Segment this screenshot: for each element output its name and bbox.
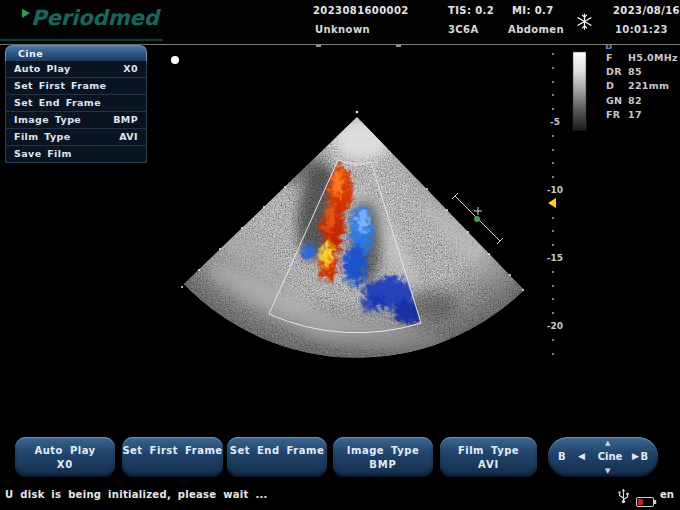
depth-label-5: -5 xyxy=(545,117,565,127)
menu-item-set-first-frame[interactable]: Set First Frame xyxy=(5,78,147,95)
trackball-pointer-dot[interactable] xyxy=(171,56,179,64)
cine-context-menu: Cine Auto Play X0 Set First Frame Set En… xyxy=(5,45,147,163)
cine-nav-cluster[interactable]: B ◀ Cine ▶ B ▲ ▼ xyxy=(548,437,658,477)
cine-up-icon[interactable]: ▲ xyxy=(605,439,610,447)
battery-icon xyxy=(636,492,657,510)
image-top-tick xyxy=(396,45,401,47)
depth-label-10: -10 xyxy=(545,185,565,195)
mode-b-left-button[interactable]: B xyxy=(558,451,566,462)
param-depth: D221mm xyxy=(606,80,678,94)
param-dynamic-range: DR85 xyxy=(606,66,678,80)
softkey-film-type[interactable]: Film Type AVI xyxy=(440,437,537,477)
grayscale-bar xyxy=(573,52,586,130)
cine-next-icon[interactable]: ▶ xyxy=(632,451,639,461)
cine-prev-icon[interactable]: ◀ xyxy=(578,451,585,461)
menu-item-image-type[interactable]: Image Type BMP xyxy=(5,112,147,129)
focus-marker-icon[interactable] xyxy=(548,198,556,208)
menu-item-save-film[interactable]: Save Film xyxy=(5,146,147,163)
param-gain: GN82 xyxy=(606,95,678,109)
logo-play-icon xyxy=(22,9,30,18)
depth-label-20: -20 xyxy=(545,321,565,331)
softkey-auto-play[interactable]: Auto Play X0 xyxy=(15,437,115,477)
usb-icon xyxy=(617,487,630,508)
param-frame-rate: FR17 xyxy=(606,109,678,123)
freeze-snowflake-icon xyxy=(576,13,593,34)
cine-center-label: Cine xyxy=(592,451,628,462)
date-display: 2023/08/16 xyxy=(613,5,680,16)
cine-down-icon[interactable]: ▼ xyxy=(605,467,610,475)
menu-item-auto-play[interactable]: Auto Play X0 xyxy=(5,61,147,78)
probe-name: 3C6A xyxy=(448,24,479,35)
softkey-image-type[interactable]: Image Type BMP xyxy=(333,437,433,477)
menu-item-film-type[interactable]: Film Type AVI xyxy=(5,129,147,146)
softkey-set-end-frame[interactable]: Set End Frame xyxy=(227,437,327,477)
mode-b-right-button[interactable]: B xyxy=(640,451,648,462)
tis-value: TIS: 0.2 xyxy=(448,5,494,16)
brand-logo: Periodmed xyxy=(22,6,159,30)
language-indicator[interactable]: en xyxy=(660,489,674,500)
top-bar: Periodmed 2023081600002 TIS: 0.2 MI: 0.7… xyxy=(0,0,680,45)
param-frequency: FH5.0MHz xyxy=(606,52,678,66)
image-top-tick xyxy=(316,45,321,47)
mi-value: MI: 0.7 xyxy=(512,5,554,16)
softkey-set-first-frame[interactable]: Set First Frame xyxy=(122,437,223,477)
ultrasound-app: { "header": { "logo": "Periodmed", "exam… xyxy=(0,0,680,510)
logo-underline xyxy=(0,39,163,41)
status-bar: U disk is being initialized, please wait… xyxy=(0,483,680,510)
menu-title: Cine xyxy=(5,45,147,61)
logo-text: Periodmed xyxy=(31,6,159,30)
time-display: 10:01:23 xyxy=(615,24,668,35)
exam-id: 2023081600002 xyxy=(313,5,409,16)
status-message: U disk is being initialized, please wait… xyxy=(5,489,268,500)
patient-name: Unknown xyxy=(315,24,370,35)
image-parameters: FH5.0MHz DR85 D221mm GN82 FR17 xyxy=(606,52,678,123)
exam-preset: Abdomen xyxy=(508,24,564,35)
caliper-point-marker[interactable] xyxy=(474,216,480,222)
menu-item-set-end-frame[interactable]: Set End Frame xyxy=(5,95,147,112)
depth-label-15: -15 xyxy=(545,253,565,263)
